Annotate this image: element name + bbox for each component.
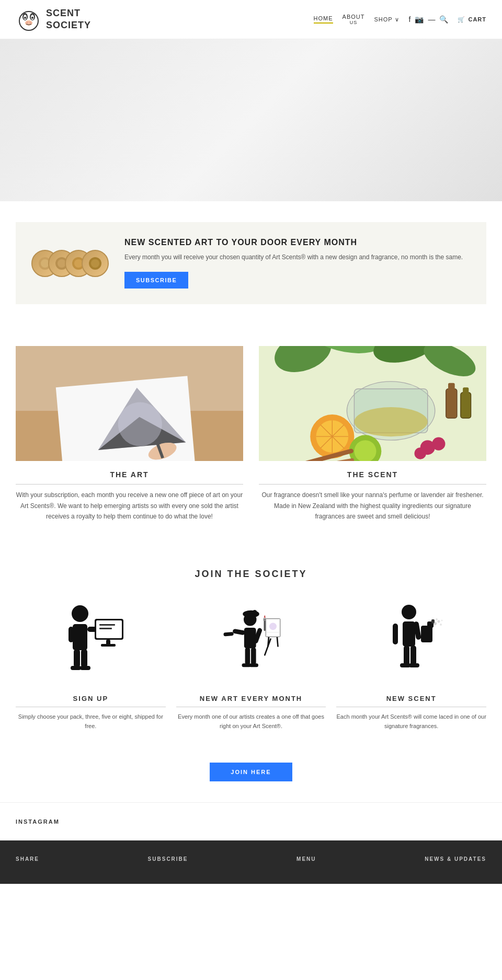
footer-menu-title: MENU bbox=[296, 856, 316, 862]
search-icon[interactable]: 🔍 bbox=[439, 15, 448, 24]
svg-point-44 bbox=[414, 447, 426, 459]
footer-news-title: NEWS & UPDATES bbox=[425, 856, 486, 862]
coin-4 bbox=[82, 250, 109, 277]
art-description: With your subscription, each month you r… bbox=[16, 490, 243, 522]
svg-rect-92 bbox=[409, 663, 419, 667]
footer-col-subscribe: SUBSCRIBE bbox=[148, 856, 188, 868]
svg-rect-70 bbox=[223, 632, 234, 637]
art-column: THE ART With your subscription, each mon… bbox=[16, 346, 243, 522]
svg-rect-58 bbox=[80, 666, 90, 670]
svg-rect-94 bbox=[421, 626, 432, 642]
svg-point-98 bbox=[437, 620, 440, 623]
instagram-section: INSTAGRAM bbox=[0, 802, 502, 830]
svg-rect-52 bbox=[73, 624, 87, 650]
svg-point-66 bbox=[253, 610, 257, 615]
logo[interactable]: SCENT SOCIETY bbox=[16, 6, 91, 32]
computer-person-icon bbox=[54, 601, 127, 684]
join-grid: SIGN UP Simply choose your pack, three, … bbox=[16, 601, 486, 731]
svg-point-51 bbox=[72, 605, 88, 622]
svg-point-9 bbox=[29, 22, 31, 24]
svg-rect-61 bbox=[99, 624, 115, 626]
svg-rect-78 bbox=[249, 664, 259, 667]
nav-social-icons: f 📷 — 🔍 bbox=[409, 15, 449, 24]
join-here-button[interactable]: JOIN HERE bbox=[210, 763, 292, 781]
subscription-banner: NEW SCENTED ART TO YOUR DOOR EVERY MONTH… bbox=[16, 222, 486, 304]
footer-col-menu: MENU bbox=[296, 856, 316, 868]
cart-button[interactable]: 🛒 CART bbox=[458, 16, 486, 23]
instagram-icon[interactable]: 📷 bbox=[415, 15, 424, 24]
svg-rect-68 bbox=[244, 628, 256, 648]
main-nav: HOME ABOUT US SHOP ∨ f 📷 — 🔍 🛒 CART bbox=[314, 14, 486, 25]
svg-rect-46 bbox=[448, 383, 455, 392]
join-title: JOIN THE SOCIETY bbox=[16, 569, 486, 580]
sub-banner-title: NEW SCENTED ART TO YOUR DOOR EVERY MONTH bbox=[124, 238, 471, 247]
join-section: JOIN THE SOCIETY bbox=[0, 543, 502, 802]
scent-description: Our fragrance doesn't smell like your na… bbox=[259, 490, 486, 522]
logo-text: SCENT SOCIETY bbox=[46, 7, 91, 32]
scent-image bbox=[259, 346, 486, 461]
site-header: SCENT SOCIETY HOME ABOUT US SHOP ∨ f 📷 —… bbox=[0, 0, 502, 39]
nav-shop[interactable]: SHOP ∨ bbox=[374, 16, 400, 23]
svg-rect-89 bbox=[404, 645, 409, 665]
art-scent-section: THE ART With your subscription, each mon… bbox=[0, 325, 502, 543]
scent-column: THE SCENT Our fragrance doesn't smell li… bbox=[259, 346, 486, 522]
svg-rect-64 bbox=[101, 644, 116, 647]
join-item-signup: SIGN UP Simply choose your pack, three, … bbox=[16, 601, 166, 731]
svg-point-17 bbox=[91, 259, 99, 268]
join-item-scent-desc: Each month your Art Scents® will come la… bbox=[336, 712, 486, 731]
svg-rect-90 bbox=[410, 645, 416, 665]
svg-rect-45 bbox=[446, 389, 457, 418]
hero-image bbox=[0, 39, 502, 201]
artist-icon bbox=[214, 601, 288, 684]
svg-point-6 bbox=[31, 17, 33, 19]
pinterest-icon[interactable]: — bbox=[428, 15, 435, 24]
facebook-icon[interactable]: f bbox=[409, 15, 411, 24]
svg-rect-47 bbox=[461, 393, 471, 418]
svg-point-97 bbox=[433, 622, 437, 625]
sub-banner-description: Every month you will receive your chosen… bbox=[124, 252, 471, 262]
art-title: THE ART bbox=[16, 470, 243, 485]
logo-icon bbox=[16, 6, 42, 32]
svg-point-67 bbox=[244, 613, 257, 626]
join-item-signup-desc: Simply choose your pack, three, five or … bbox=[16, 712, 166, 731]
join-item-art: NEW ART EVERY MONTH Every month one of o… bbox=[176, 601, 326, 731]
svg-point-86 bbox=[402, 605, 416, 619]
svg-rect-76 bbox=[251, 648, 256, 665]
svg-rect-62 bbox=[99, 628, 112, 629]
svg-point-5 bbox=[24, 17, 26, 19]
hero-banner bbox=[0, 39, 502, 201]
scent-title: THE SCENT bbox=[259, 470, 486, 485]
nav-about[interactable]: ABOUT US bbox=[343, 14, 365, 25]
svg-rect-55 bbox=[74, 649, 80, 667]
join-item-scent-title: NEW SCENT bbox=[336, 695, 486, 707]
svg-point-33 bbox=[354, 407, 427, 436]
svg-marker-74 bbox=[264, 615, 266, 618]
instagram-title: INSTAGRAM bbox=[16, 818, 486, 825]
svg-rect-87 bbox=[403, 621, 415, 647]
svg-point-99 bbox=[436, 618, 438, 620]
join-item-signup-title: SIGN UP bbox=[16, 695, 166, 707]
footer-subscribe-title: SUBSCRIBE bbox=[148, 856, 188, 862]
footer-col-news: NEWS & UPDATES bbox=[425, 856, 486, 868]
svg-point-8 bbox=[26, 22, 28, 24]
svg-point-101 bbox=[441, 620, 442, 621]
product-coins bbox=[31, 250, 109, 277]
svg-rect-54 bbox=[69, 627, 74, 642]
svg-point-100 bbox=[440, 624, 442, 626]
join-item-scent: NEW SCENT Each month your Art Scents® wi… bbox=[336, 601, 486, 731]
subscribe-button[interactable]: SUBSCRIBE bbox=[124, 272, 188, 289]
svg-rect-72 bbox=[264, 620, 266, 631]
site-footer: SHARE SUBSCRIBE MENU NEWS & UPDATES bbox=[0, 840, 502, 884]
svg-rect-69 bbox=[232, 629, 245, 636]
svg-rect-81 bbox=[264, 638, 271, 656]
svg-rect-75 bbox=[245, 648, 250, 665]
nav-home[interactable]: HOME bbox=[314, 15, 333, 24]
subscription-text: NEW SCENTED ART TO YOUR DOOR EVERY MONTH… bbox=[124, 238, 471, 289]
svg-point-43 bbox=[432, 437, 445, 451]
svg-rect-57 bbox=[71, 666, 81, 670]
art-image bbox=[16, 346, 243, 461]
svg-rect-56 bbox=[81, 649, 87, 667]
footer-col-share: SHARE bbox=[16, 856, 39, 868]
join-item-art-desc: Every month one of our artists creates a… bbox=[176, 712, 326, 731]
cart-icon: 🛒 bbox=[458, 16, 465, 23]
